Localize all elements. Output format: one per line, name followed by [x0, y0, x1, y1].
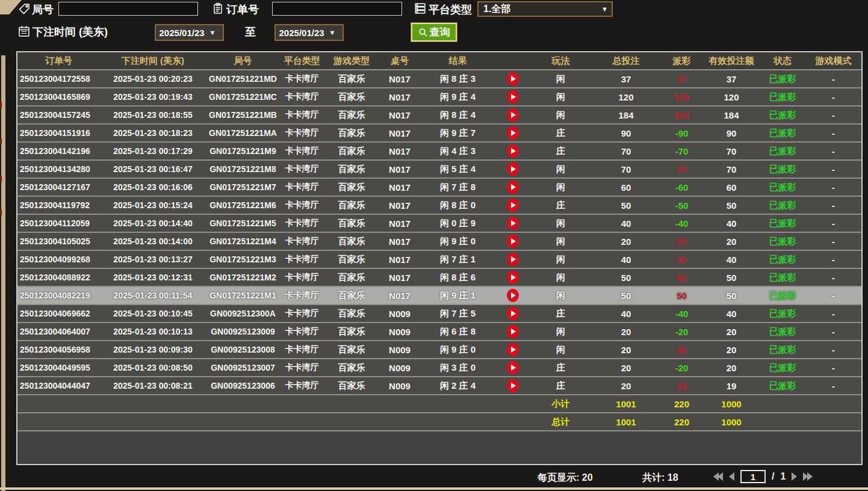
- table-row[interactable]: 2501230041271672025-01-23 00:16:06GN0172…: [17, 178, 861, 196]
- cell-totalBet: 20: [592, 233, 660, 250]
- table-row[interactable]: 2501230041725582025-01-23 00:20:23GN0172…: [17, 69, 861, 87]
- play-button[interactable]: [507, 361, 519, 374]
- clipboard-icon: [212, 2, 224, 14]
- cell-play: [495, 197, 530, 214]
- play-button[interactable]: [507, 253, 519, 266]
- cell-side: 闲: [530, 107, 592, 123]
- pagination-prev[interactable]: [729, 472, 734, 481]
- table-row[interactable]: 2501230040495952025-01-23 00:08:50GN0092…: [17, 358, 861, 376]
- date-from-select[interactable]: 2025/01/23 ▼: [155, 24, 224, 41]
- play-button[interactable]: [507, 343, 519, 356]
- play-button[interactable]: [507, 325, 519, 338]
- play-button[interactable]: [507, 72, 519, 85]
- play-button[interactable]: [507, 379, 519, 392]
- cell-result: 闲 7 庄 1: [420, 251, 495, 268]
- table-row[interactable]: 2501230040440472025-01-23 00:08:21GN0092…: [17, 376, 861, 394]
- table-row[interactable]: 2501230040569582025-01-23 00:09:30GN0092…: [17, 340, 861, 358]
- order-input[interactable]: [272, 2, 402, 16]
- play-button[interactable]: [507, 289, 519, 302]
- play-button[interactable]: [507, 271, 519, 284]
- cell-payout: 220: [660, 413, 703, 430]
- cell-round: GN017251221M7: [206, 179, 280, 196]
- table-row[interactable]: 2501230041197922025-01-23 00:15:24GN0172…: [17, 196, 861, 214]
- play-icon: [511, 383, 516, 389]
- round-input[interactable]: [58, 2, 198, 16]
- cell-play: [495, 269, 530, 286]
- search-button[interactable]: 查询: [411, 23, 457, 42]
- date-to-value: 2025/01/23: [279, 28, 324, 38]
- play-button[interactable]: [507, 235, 519, 248]
- play-button[interactable]: [507, 108, 519, 122]
- cell-mode: -: [805, 251, 861, 268]
- play-icon: [511, 166, 516, 172]
- table-row[interactable]: 2501230041658692025-01-23 00:19:43GN0172…: [17, 87, 861, 105]
- table-row[interactable]: 2501230040889222025-01-23 00:12:31GN0172…: [17, 268, 861, 286]
- play-button[interactable]: [507, 126, 519, 140]
- table-row[interactable]: 2501230040822192025-01-23 00:11:54GN0172…: [17, 286, 861, 304]
- date-to-select[interactable]: 2025/01/23 ▼: [274, 24, 344, 41]
- table-row[interactable]: 2501230040992682025-01-23 00:13:27GN0172…: [17, 250, 861, 268]
- pagination-first[interactable]: [713, 472, 723, 481]
- table-row[interactable]: 2501230041421962025-01-23 00:17:29GN0172…: [17, 141, 861, 159]
- cell-game: 百家乐: [324, 269, 379, 286]
- cell-status: 已派彩: [760, 70, 805, 87]
- cell-side: 庄: [530, 377, 592, 394]
- cell-side: 闲: [530, 233, 592, 250]
- cell-platform: 卡卡湾厅: [280, 215, 324, 232]
- cell-result: 闲 9 庄 4: [420, 88, 495, 105]
- cell-tableNo: N017: [379, 269, 420, 286]
- table-row[interactable]: 2501230041120592025-01-23 00:14:40GN0172…: [17, 214, 861, 232]
- cell-round: GN017251221MA: [206, 125, 280, 141]
- pagination-last[interactable]: [803, 472, 813, 481]
- calendar-icon: [18, 25, 30, 37]
- cell-play: [495, 287, 530, 304]
- play-button[interactable]: [507, 307, 519, 320]
- play-button[interactable]: [507, 217, 519, 230]
- cell-order: 250123004119792: [17, 197, 100, 214]
- cell-totalBet: 1001: [592, 413, 660, 430]
- play-button[interactable]: [507, 181, 519, 194]
- cell-payout: -20: [660, 359, 703, 376]
- page-input[interactable]: 1: [740, 470, 766, 483]
- table-row[interactable]: 2501230041519162025-01-23 00:18:23GN0172…: [17, 123, 861, 141]
- cell-status: 已派彩: [760, 88, 805, 105]
- cell-order: 250123004056958: [17, 341, 100, 358]
- table-row[interactable]: 2501230041572452025-01-23 00:18:55GN0172…: [17, 105, 861, 123]
- cell-mode: -: [805, 197, 861, 214]
- cell-tableNo: N017: [379, 161, 420, 178]
- play-button[interactable]: [507, 144, 519, 158]
- cell-tableNo: N017: [379, 287, 420, 304]
- cell-payout: 70: [660, 161, 703, 178]
- table-row[interactable]: 2501230041342802025-01-23 00:16:47GN0172…: [17, 159, 861, 178]
- cell-mode: -: [805, 269, 861, 286]
- cell-side: 闲: [530, 251, 592, 268]
- cell-totalBet: 184: [592, 107, 660, 123]
- cell-platform: 卡卡湾厅: [280, 377, 324, 394]
- search-button-label: 查询: [430, 25, 450, 39]
- col-header-result: 结果: [420, 52, 495, 69]
- cell-order: 250123004142196: [17, 143, 100, 159]
- cell-side: 庄: [530, 305, 592, 322]
- cell-totalBet: 50: [592, 287, 660, 304]
- play-button[interactable]: [507, 199, 519, 212]
- cell-totalBet: 70: [592, 161, 660, 178]
- table-row[interactable]: 2501230040640072025-01-23 00:10:13GN0092…: [17, 322, 861, 340]
- cell-game: 百家乐: [324, 161, 379, 178]
- cell-status: 已派彩: [760, 269, 805, 286]
- table-row[interactable]: 2501230040696622025-01-23 00:10:45GN0092…: [17, 304, 861, 322]
- cell-valid: 70: [703, 143, 760, 159]
- pagination-next[interactable]: [792, 472, 797, 481]
- cell-round: GN017251221MC: [206, 88, 280, 105]
- cell-play: [495, 305, 530, 322]
- cell-tableNo: N017: [379, 125, 420, 141]
- cell-totalBet: 50: [592, 269, 660, 286]
- play-icon: [511, 112, 516, 118]
- platform-select[interactable]: 1.全部 ▼: [477, 1, 613, 17]
- cell-totalBet: 37: [592, 70, 660, 87]
- cell-tableNo: N017: [379, 197, 420, 214]
- cell-result: 闲 9 庄 7: [420, 125, 495, 141]
- table-row[interactable]: 2501230041050252025-01-23 00:14:00GN0172…: [17, 232, 861, 250]
- play-button[interactable]: [507, 90, 519, 103]
- play-button[interactable]: [507, 162, 519, 176]
- cell-play: [495, 413, 530, 430]
